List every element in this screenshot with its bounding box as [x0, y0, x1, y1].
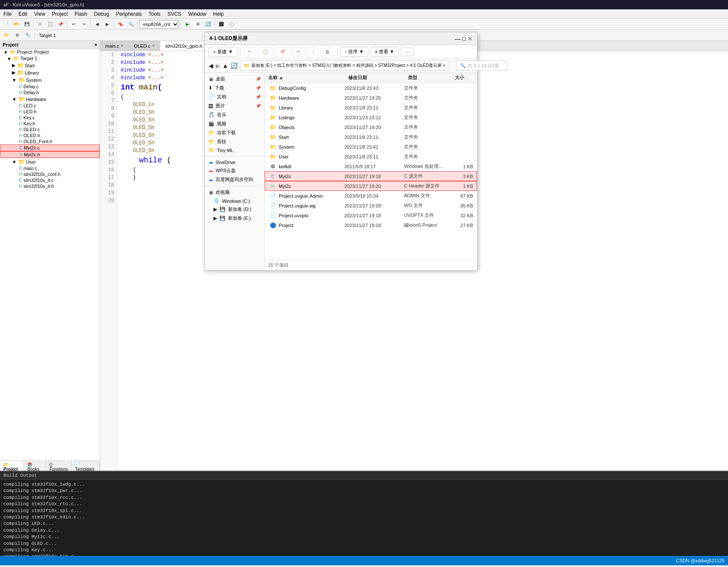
tree-it-h[interactable]: H stm32f10x_it.h	[0, 183, 100, 189]
tree-led-c[interactable]: C LED.c	[0, 103, 100, 109]
col-size[interactable]: 大小	[451, 74, 477, 82]
open-btn[interactable]: 📂	[12, 20, 21, 29]
fe-view-btn[interactable]: ≡ 查看 ▼	[370, 47, 399, 57]
build-btn[interactable]: ⚙	[193, 20, 202, 29]
file-row-system[interactable]: 📁 System 2023/11/8 23:41 文件夹	[265, 142, 477, 152]
tree-key-h[interactable]: H Key.h	[0, 121, 100, 127]
copy-btn[interactable]: 📋	[46, 20, 55, 29]
fe-copy-btn[interactable]: 📋	[258, 47, 273, 56]
save-btn[interactable]: 💾	[22, 20, 32, 29]
tree-key-c[interactable]: C Key.c	[0, 115, 100, 121]
menu-view[interactable]: View	[31, 10, 49, 18]
fe-paste-btn[interactable]: 📌	[275, 47, 290, 56]
fe-sidebar-baidu[interactable]: ☁ 百度网盘同步空间	[205, 175, 264, 184]
fwd-btn[interactable]: ▶	[103, 20, 112, 29]
redo-btn[interactable]: ↪	[79, 20, 89, 29]
fe-sidebar-docs[interactable]: 📄 文档 📌	[205, 92, 264, 101]
fe-sidebar-downloads[interactable]: ⬇ 下载 📌	[205, 83, 264, 92]
bookmark-btn[interactable]: 🔖	[116, 20, 125, 29]
fe-sort-btn[interactable]: ↑ 排序 ▼	[340, 47, 369, 57]
fe-up-btn[interactable]: ▲	[222, 60, 228, 71]
tab-books[interactable]: 📚 Books	[24, 461, 46, 471]
fe-sidebar-desktop[interactable]: 🖥 桌面 📌	[205, 75, 264, 83]
file-row-objects[interactable]: 📁 Objects 2023/11/27 19:20 文件夹	[265, 122, 477, 132]
tab-main-c[interactable]: main.c ×	[100, 41, 129, 51]
tree-delay-h[interactable]: H Delay.h	[0, 89, 100, 95]
project-close[interactable]: ×	[95, 42, 97, 47]
file-row-myi2c-c[interactable]: C Myi2c 2023/11/27 19:18 C 源文件 3 KB	[265, 171, 477, 181]
tree-oled-h[interactable]: H OLED.h	[0, 132, 100, 138]
file-row-proj-wg[interactable]: 📄 Project.uvguix.wg 2023/11/27 19:20 WG …	[265, 201, 477, 210]
fe-share-btn[interactable]: ↑	[307, 48, 319, 56]
tree-myi2c-h[interactable]: H Myi2c.h	[0, 151, 100, 158]
proj-settings-btn[interactable]: ⚙	[12, 31, 22, 40]
file-row-debugconfig[interactable]: 📁 DebugConfig 2023/11/8 23:43 文件夹	[265, 83, 477, 93]
menu-svcs[interactable]: SVCS	[164, 10, 185, 18]
file-row-hardware[interactable]: 📁 Hardware 2023/11/27 19:25 文件夹	[265, 93, 477, 103]
menu-flash[interactable]: Flash	[71, 10, 90, 18]
fe-cut-btn[interactable]: ✂	[243, 47, 256, 56]
menu-help[interactable]: Help	[210, 10, 227, 18]
fe-sidebar-google-dl[interactable]: 📁 谷歌下载	[205, 128, 264, 137]
cut-btn[interactable]: ✂	[35, 20, 45, 29]
tree-hardware[interactable]: ▼ 📁 Hardware	[0, 95, 100, 103]
fe-sidebar-ddrive[interactable]: ▶ 💾 新加卷 (D:)	[205, 205, 264, 214]
fe-sidebar-pruning[interactable]: 📁 剪枝	[205, 137, 264, 146]
tree-library[interactable]: ▶ 📁 Library	[0, 69, 100, 76]
fe-sidebar-music[interactable]: 🎵 音乐	[205, 110, 264, 119]
tree-oled-font-h[interactable]: H OLED_Font.h	[0, 138, 100, 144]
new-btn[interactable]: 📄	[2, 20, 11, 29]
col-type[interactable]: 类型	[404, 74, 451, 82]
tab-templates[interactable]: 📄 Templates	[72, 461, 100, 471]
stop-btn[interactable]: ◯	[227, 20, 236, 29]
compile-btn[interactable]: ▶	[183, 20, 192, 29]
col-name[interactable]: 名称 ▲	[265, 74, 345, 82]
tab-oled-c[interactable]: OLED.c ×	[129, 41, 160, 51]
fe-back-btn[interactable]: ◀	[208, 60, 214, 71]
fe-minimize[interactable]: —	[455, 35, 461, 42]
tree-start[interactable]: ▶ 📁 Start	[0, 62, 100, 69]
tree-root[interactable]: ▼ 📁 Project: Project	[0, 49, 100, 55]
tree-delay-c[interactable]: C Delay.c	[0, 83, 100, 89]
fe-sidebar-tinyml[interactable]: 📁 Tiny ML	[205, 146, 264, 154]
find-btn[interactable]: 🔍	[126, 20, 136, 29]
fe-sidebar-onedrive[interactable]: ☁ OneDrive	[205, 158, 264, 166]
target-combo[interactable]: esp8266_cnt	[139, 20, 179, 29]
col-date[interactable]: 修改日期	[345, 74, 404, 82]
proj-open-btn[interactable]: 📁	[2, 31, 11, 40]
menu-peripherals[interactable]: Peripherals	[113, 10, 145, 18]
tree-oled-c[interactable]: C OLED.c	[0, 127, 100, 132]
file-row-listings[interactable]: 📁 Listings 2023/11/23 23:12 文件夹	[265, 112, 477, 122]
undo-btn[interactable]: ↩	[69, 20, 78, 29]
menu-debug[interactable]: Debug	[91, 10, 113, 18]
tree-target1[interactable]: ▼ 📁 Target 1	[0, 55, 100, 62]
file-row-project[interactable]: 🔵 Project 2023/11/27 19:18 磁ision5 Proje…	[265, 220, 477, 230]
fe-close-btn[interactable]: ✕	[468, 35, 473, 42]
back-btn[interactable]: ◀	[92, 20, 102, 29]
file-row-start[interactable]: 📁 Start 2023/11/8 23:11 文件夹	[265, 132, 477, 142]
fe-sidebar-edrive[interactable]: ▶ 💾 新加卷 (E:)	[205, 214, 264, 223]
fe-sidebar-cdrive[interactable]: 💿 Windows (C:)	[205, 197, 264, 205]
file-row-keilkill[interactable]: ⚙ keilkill 2011/5/9 18:17 Windows 批处理...…	[265, 161, 477, 171]
file-row-library[interactable]: 📁 Library 2023/11/8 23:11 文件夹	[265, 103, 477, 112]
rebuild-btn[interactable]: 🔄	[203, 20, 213, 29]
fe-delete-btn[interactable]: 🗑	[321, 48, 335, 56]
file-row-proj-admin[interactable]: 📄 Project.uvguix.Admin 2023/9/19 15:34 A…	[265, 191, 477, 201]
menu-window[interactable]: Window	[185, 10, 210, 18]
tree-myi2c-c[interactable]: C Myi2c.c	[0, 144, 100, 151]
fe-rename-btn[interactable]: ✏	[292, 47, 305, 56]
menu-file[interactable]: File	[0, 10, 15, 18]
tab-functions[interactable]: () Functions	[46, 461, 72, 471]
file-row-proj-uvoptx[interactable]: 📄 Project.uvoptx 2023/11/27 19:18 UVOPTX…	[265, 210, 477, 220]
tab-project[interactable]: 📁 Project	[0, 461, 24, 471]
menu-edit[interactable]: Edit	[15, 10, 31, 18]
fe-sidebar-video[interactable]: 🎬 视频	[205, 119, 264, 128]
fe-refresh-btn[interactable]: 🔄	[230, 60, 238, 71]
fe-sidebar-thispc[interactable]: 🖥 此电脑	[205, 188, 264, 197]
target-options-btn[interactable]: 🔧	[23, 31, 32, 40]
debug-btn[interactable]: ⬛	[217, 20, 226, 29]
fe-sidebar-wps[interactable]: ☁ WPS云盘	[205, 166, 264, 175]
menu-tools[interactable]: Tools	[145, 10, 164, 18]
tree-main-c[interactable]: C main.c	[0, 165, 100, 171]
tree-system[interactable]: ▼ 📁 System	[0, 76, 100, 83]
